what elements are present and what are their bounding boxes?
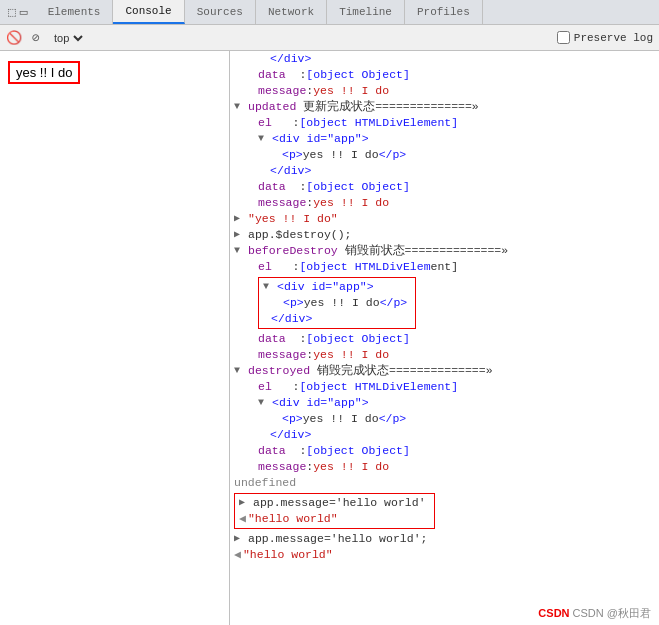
- console-line: message : yes !! I do: [230, 195, 659, 211]
- preserve-log-checkbox[interactable]: [557, 31, 570, 44]
- arrow-icon[interactable]: [239, 495, 251, 511]
- console-line: el : [object HTMLDivElement]: [230, 115, 659, 131]
- text: yes !! I do: [304, 295, 380, 311]
- val: [object Object]: [306, 179, 410, 195]
- tag: </div>: [270, 163, 311, 179]
- console-line: </div>: [263, 311, 411, 327]
- key: message: [258, 195, 306, 211]
- text: app.$destroy();: [248, 227, 352, 243]
- val: [object HTMLDivElem: [299, 259, 430, 275]
- tab-elements[interactable]: Elements: [36, 0, 114, 24]
- arrow-icon[interactable]: [263, 279, 275, 295]
- colon: :: [306, 83, 313, 99]
- console-output: </div> data : [object Object] message : …: [230, 51, 659, 625]
- tag: <div id="app">: [272, 395, 369, 411]
- console-line: message : yes !! I do: [230, 459, 659, 475]
- tag: </div>: [270, 427, 311, 443]
- val: [object Object]: [306, 67, 410, 83]
- colon: :: [286, 67, 307, 83]
- val: [object Object]: [306, 443, 410, 459]
- key: el: [258, 259, 272, 275]
- val: "hello world": [243, 547, 333, 563]
- text: ent]: [431, 259, 459, 275]
- tag: <p>: [283, 295, 304, 311]
- key: data: [258, 179, 286, 195]
- arrow-icon[interactable]: [234, 363, 246, 379]
- device-icon[interactable]: ▭: [20, 4, 28, 20]
- tab-profiles[interactable]: Profiles: [405, 0, 483, 24]
- key: el: [258, 379, 272, 395]
- console-line: message : yes !! I do: [230, 347, 659, 363]
- key: message: [258, 347, 306, 363]
- val: "yes !! I do": [248, 211, 338, 227]
- watermark-author: CSDN @秋田君: [573, 607, 651, 619]
- main-content: yes !! I do </div> data : [object Object…: [0, 51, 659, 625]
- tag: <div id="app">: [272, 131, 369, 147]
- console-line: message : yes !! I do: [230, 83, 659, 99]
- colon: :: [272, 259, 300, 275]
- text: yes !! I do: [303, 411, 379, 427]
- console-line: data : [object Object]: [230, 443, 659, 459]
- tab-timeline[interactable]: Timeline: [327, 0, 405, 24]
- tag: <p>: [282, 147, 303, 163]
- left-arrow-icon: ◀: [239, 511, 246, 527]
- tab-icons: ⬚ ▭: [0, 0, 36, 24]
- console-line: <div id="app">: [263, 279, 411, 295]
- watermark-csdn: CSDN: [538, 607, 569, 619]
- console-line: undefined: [230, 475, 659, 491]
- val: yes !! I do: [313, 83, 389, 99]
- console-line: beforeDestroy 销毁前状态==============»: [230, 243, 659, 259]
- preserve-log-label: Preserve log: [574, 32, 653, 44]
- console-line: ◀ "hello world": [230, 547, 659, 563]
- text: 销毁前状态==============»: [338, 243, 508, 259]
- tag: <div id="app">: [277, 279, 374, 295]
- tag: </p>: [380, 295, 408, 311]
- tag: </div>: [271, 311, 312, 327]
- tag: </div>: [270, 51, 311, 67]
- tab-sources[interactable]: Sources: [185, 0, 256, 24]
- console-line: el : [object HTMLDivElement]: [230, 259, 659, 275]
- arrow-icon[interactable]: [234, 227, 246, 243]
- tag: </p>: [379, 147, 407, 163]
- console-line: el : [object HTMLDivElement]: [230, 379, 659, 395]
- arrow-icon[interactable]: [234, 243, 246, 259]
- key: data: [258, 67, 286, 83]
- console-line: data : [object Object]: [230, 179, 659, 195]
- text: 更新完成状态==============»: [296, 99, 478, 115]
- console-line: data : [object Object]: [230, 67, 659, 83]
- val: yes !! I do: [313, 459, 389, 475]
- arrow-icon[interactable]: [258, 395, 270, 411]
- console-line: <div id="app">: [230, 395, 659, 411]
- inspect-icon[interactable]: ⬚: [8, 4, 16, 20]
- text: yes !! I do: [303, 147, 379, 163]
- console-line: destroyed 销毁完成状态==============»: [230, 363, 659, 379]
- colon: :: [272, 379, 300, 395]
- console-line: app.$destroy();: [230, 227, 659, 243]
- arrow-icon[interactable]: [258, 131, 270, 147]
- arrow-icon[interactable]: [234, 211, 246, 227]
- clear-icon[interactable]: 🚫: [6, 30, 22, 46]
- text: 销毁完成状态==============»: [310, 363, 492, 379]
- tab-console[interactable]: Console: [113, 0, 184, 24]
- console-line: updated 更新完成状态==============»: [230, 99, 659, 115]
- context-select[interactable]: top: [50, 31, 86, 45]
- key: data: [258, 331, 286, 347]
- tab-network[interactable]: Network: [256, 0, 327, 24]
- toolbar-right: Preserve log: [557, 31, 653, 44]
- arrow-icon[interactable]: [234, 531, 246, 547]
- val: yes !! I do: [313, 347, 389, 363]
- console-line: </div>: [230, 51, 659, 67]
- filter-icon[interactable]: ⊘: [28, 30, 44, 46]
- tag: <p>: [282, 411, 303, 427]
- console-line: app.message='hello world': [239, 495, 430, 511]
- console-toolbar: 🚫 ⊘ top Preserve log: [0, 25, 659, 51]
- watermark: CSDN CSDN @秋田君: [538, 606, 651, 621]
- text: app.message='hello world';: [248, 531, 427, 547]
- key: el: [258, 115, 272, 131]
- tag: </p>: [379, 411, 407, 427]
- console-line: <p>yes !! I do</p>: [230, 411, 659, 427]
- console-line: app.message='hello world';: [230, 531, 659, 547]
- text: app.message='hello world': [253, 495, 426, 511]
- key: updated: [248, 99, 296, 115]
- arrow-icon[interactable]: [234, 99, 246, 115]
